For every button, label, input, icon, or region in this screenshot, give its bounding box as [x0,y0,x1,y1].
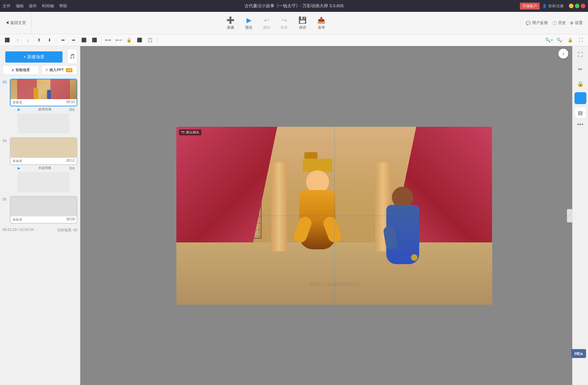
minimize-button[interactable] [569,4,574,8]
scene-card-wrapper: 未命名 00:12 ▶ 水波切换 2(s) [10,137,77,193]
history-icon: 🕐 [552,21,557,25]
preview-button[interactable]: ▶ 预览 [240,14,258,33]
current-scene-label: 当前场景: 03 [57,228,77,233]
ai-scene-button[interactable]: A 智能场景 [3,65,39,75]
login-button[interactable]: 👤 登录/注册 [542,4,564,9]
zoom-in-button[interactable]: 🔍+ [545,36,554,45]
distribute-v-button[interactable]: ⟻ [114,36,123,45]
lock-zoom-button[interactable]: 🔒 [566,36,575,45]
main-content: + 新建场景 🎵 A 智能场景 P 插入PPT VIP 03 [0,46,588,385]
menu-file[interactable]: 文件 [3,3,11,9]
menu-help[interactable]: 帮助 [59,3,67,9]
scene-duration: 00:10 [66,100,75,105]
guide-line-v [334,127,335,305]
color-tool[interactable] [575,92,586,104]
preview-icon: ▶ [246,16,251,24]
panel-toggle[interactable]: ▤ [575,107,586,119]
transition-duration: 2(s) [69,108,75,111]
more-tools[interactable]: ••• [577,121,583,128]
align-left-button[interactable]: ⬅ [58,36,67,45]
settings-icon: ⚙ [570,21,574,25]
scene-card[interactable]: 未命名 00:09 [10,196,77,224]
fullscreen-button[interactable]: ⛶ [576,36,585,45]
feedback-button[interactable]: 💬 用户反馈 [526,20,548,26]
side-panel-collapse[interactable]: ‹ [567,209,572,222]
align-top-button[interactable]: ⬆ [34,36,43,45]
scene-duration: 00:09 [66,217,75,222]
list-item: 04 未命名 00:12 ▶ 水波切换 2(s) [0,136,80,195]
back-nav: ◀ 返回主页 [0,12,32,34]
left-panel: + 新建场景 🎵 A 智能场景 P 插入PPT VIP 03 [0,46,80,385]
save-button[interactable]: 💾 保存 [293,14,312,33]
app-title: 古代廉洁小故事《一钱太守》- 万彩动画大师 3.0.605 [244,3,344,9]
toolbar-separator-2 [101,37,101,43]
maximize-button[interactable] [575,4,579,8]
list-item: 03 未命名 00:10 [0,77,80,136]
current-time-display: 00:22.19 / 01:02.04 [3,228,34,233]
scene-placeholder [18,172,69,192]
scene-name: 未命名 [13,159,22,163]
align-hcenter-button[interactable]: ⬛ [79,36,89,45]
publish-icon: 📤 [317,16,325,24]
new-scene-button[interactable]: + 新建场景 [5,51,63,63]
scene-card[interactable]: 未命名 00:10 [10,79,77,106]
history-button[interactable]: 🕐 历史 [552,20,566,26]
transition-duration: 2(s) [69,166,75,170]
canvas-area[interactable]: 启蒙视频制作 万彩匠之眼 启禀陛下，请恕臣以万彩匠之职 📷 默认镜头 ⛶ ✂ 🔒 [80,46,588,385]
group-button[interactable]: ⬛ [135,36,144,45]
move-up-button[interactable]: ↑ [13,36,22,45]
emperor-arm-left [292,215,314,244]
scene-info: 未命名 00:12 [11,158,77,164]
scene-list: 03 未命名 00:10 [0,77,80,385]
copy-button[interactable]: 📋 [145,36,155,45]
scene-transition: ▶ 水波切换 2(s) [10,165,77,171]
toolbar-center: ➕ 新建 ▶ 预览 ↩ 撤销 ↪ 恢复 💾 保存 📤 发布 [32,14,520,33]
move-down-button[interactable]: ↓ [24,36,33,45]
collapse-canvas-button[interactable]: ⌄ [333,379,336,384]
publish-button[interactable]: 📤 发布 [312,14,331,33]
thumb-curtain-right [50,79,70,99]
top-buttons-row: + 新建场景 🎵 [0,46,80,65]
transition-play-icon: ▶ [18,166,20,170]
canvas-wrapper: 启蒙视频制作 万彩匠之眼 启禀陛下，请恕臣以万彩匠之职 📷 默认镜头 ⛶ ✂ 🔒 [80,46,588,385]
lock-button[interactable]: 🔒 [124,36,134,45]
select-tool-button[interactable]: ⬛ [3,36,12,45]
scene-thumbnail [11,138,77,158]
back-home-button[interactable]: ◀ 返回主页 [5,20,26,26]
ai-icon: A [12,68,14,72]
curtain-left [176,127,277,248]
undo-button[interactable]: ↩ 撤销 [258,14,275,33]
transition-name: 波浪转场 [38,107,51,112]
scene-card-wrapper: 未命名 00:10 ▶ 波浪转场 2(s) [10,79,77,135]
lock-tool[interactable]: 🔒 [575,78,586,90]
align-vcenter-button[interactable]: ⬛ [90,36,99,45]
new-button[interactable]: ➕ 新建 [221,14,240,33]
music-button[interactable]: 🎵 [67,49,77,64]
menu-timeline[interactable]: 时间轴 [42,3,54,9]
music-icon[interactable]: ♪ [558,49,568,59]
align-bottom-button[interactable]: ⬇ [45,36,54,45]
align-right-button[interactable]: ➡ [69,36,78,45]
redo-button[interactable]: ↪ 恢复 [275,14,293,33]
zoom-out-button[interactable]: 🔍- [555,36,564,45]
distribute-h-button[interactable]: ⟺ [103,36,113,45]
close-button[interactable] [581,4,585,8]
ppt-button[interactable]: P 插入PPT VIP [41,65,78,75]
crop-tool[interactable]: ✂ [575,63,586,75]
fullscreen-tool[interactable]: ⛶ [575,49,586,61]
time-info: 00:22.19 / 01:02.04 当前场景: 03 [0,225,80,235]
settings-button[interactable]: ⚙ 设置 [570,20,583,26]
menu-operate[interactable]: 操作 [29,3,37,9]
emperor-character [296,170,339,269]
official-coin [411,254,418,261]
emperor-body [299,190,336,249]
menu-edit[interactable]: 编辑 [16,3,24,9]
scene-card[interactable]: 未命名 00:12 [10,137,77,165]
redo-icon: ↪ [282,16,287,24]
save-icon: 💾 [298,16,307,24]
avatar-icon: 👤 [542,4,547,8]
official-body [386,205,419,264]
main-toolbar: ◀ 返回主页 ➕ 新建 ▶ 预览 ↩ 撤销 ↪ 恢复 💾 保存 📤 发布 💬 [0,12,588,34]
zoom-controls: 🔍+ 🔍- 🔒 ⛶ [545,36,585,45]
upgrade-button[interactable]: 升级账户 [520,3,540,10]
